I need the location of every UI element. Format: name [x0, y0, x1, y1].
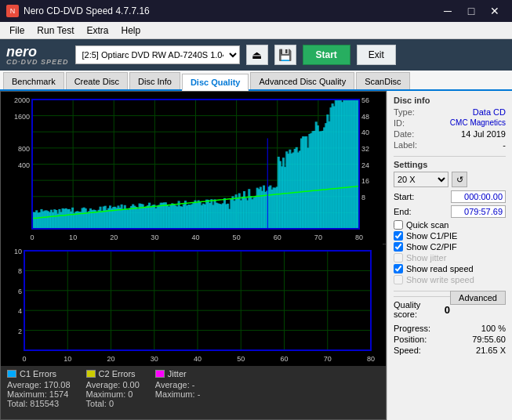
menu-help[interactable]: Help: [115, 24, 147, 38]
quality-score-val: 0: [445, 304, 450, 316]
menu-file[interactable]: File: [3, 24, 31, 38]
show-jitter-label: Show jitter: [406, 253, 446, 262]
start-field-row: Start: 000:00.00: [394, 190, 506, 203]
speed-row-2: Speed: 21.65 X: [394, 346, 506, 355]
show-read-speed-label: Show read speed: [406, 264, 474, 273]
disc-date-row: Date: 14 Jul 2019: [394, 129, 506, 139]
c1-maximum: Maximum: 1574: [7, 389, 71, 399]
show-c2pif-label: Show C2/PIF: [406, 242, 457, 252]
c2-total: Total: 0: [86, 399, 140, 408]
save-button[interactable]: 💾: [274, 45, 296, 65]
show-read-speed-row: Show read speed: [394, 264, 506, 273]
progress-label: Progress:: [394, 324, 430, 333]
disc-type-label: Type:: [394, 107, 415, 117]
c2-color: [86, 370, 96, 378]
tabs: Benchmark Create Disc Disc Info Disc Qua…: [0, 71, 512, 91]
show-c1pie-checkbox[interactable]: [394, 231, 403, 241]
speed-select[interactable]: 20 X: [394, 172, 448, 187]
end-field[interactable]: 079:57.69: [451, 205, 506, 218]
quick-scan-label: Quick scan: [406, 220, 448, 230]
position-val: 79:55.60: [472, 335, 506, 344]
speed-label: Speed:: [394, 346, 421, 355]
progress-section: Progress: 100 % Position: 79:55.60 Speed…: [394, 324, 506, 355]
menu-bar: File Run Test Extra Help: [0, 22, 512, 39]
end-label: End:: [394, 207, 412, 216]
show-read-speed-checkbox[interactable]: [394, 264, 403, 273]
progress-row: Progress: 100 %: [394, 324, 506, 333]
quick-scan-row: Quick scan: [394, 220, 506, 230]
c2-maximum: Maximum: 0: [86, 389, 140, 399]
show-jitter-row: Show jitter: [394, 253, 506, 262]
settings-title: Settings: [394, 160, 506, 169]
menu-extra[interactable]: Extra: [80, 24, 114, 38]
c1-label: C1 Errors: [20, 369, 56, 378]
c1-color: [7, 370, 16, 378]
c1-average: Average: 170.08: [7, 380, 71, 389]
disc-type-row: Type: Data CD: [394, 107, 506, 117]
jitter-label: Jitter: [168, 369, 187, 378]
speed-row: 20 X ↺: [394, 172, 506, 187]
main-content: C1 Errors Average: 170.08 Maximum: 1574 …: [0, 91, 512, 420]
tab-disc-quality[interactable]: Disc Quality: [182, 74, 249, 91]
drive-select[interactable]: [2:5] Optiarc DVD RW AD-7240S 1.04: [75, 45, 240, 64]
disc-id-row: ID: CMC Magnetics: [394, 118, 506, 128]
disc-date-label: Date:: [394, 129, 414, 139]
show-c2pif-checkbox[interactable]: [394, 242, 403, 252]
disc-info-section: Disc info Type: Data CD ID: CMC Magnetic…: [394, 96, 506, 150]
tab-disc-info[interactable]: Disc Info: [129, 72, 180, 89]
disc-date-val: 14 Jul 2019: [461, 129, 506, 139]
tab-advanced-disc-quality[interactable]: Advanced Disc Quality: [250, 72, 354, 89]
show-c2pif-row: Show C2/PIF: [394, 242, 506, 252]
advanced-button[interactable]: Advanced: [450, 291, 506, 305]
divider-1: [394, 156, 506, 157]
menu-run-test[interactable]: Run Test: [31, 24, 80, 38]
info-panel: Disc info Type: Data CD ID: CMC Magnetic…: [387, 91, 512, 420]
window-title: Nero CD-DVD Speed 4.7.7.16: [24, 5, 150, 16]
app-icon: N: [6, 5, 19, 17]
progress-val: 100 %: [481, 324, 506, 333]
nero-logo: nero CD·DVD SPEED: [6, 45, 69, 66]
jitter-maximum: Maximum: -: [155, 389, 200, 399]
disc-id-val: CMC Magnetics: [450, 118, 506, 128]
position-label: Position:: [394, 335, 427, 344]
toolbar: nero CD·DVD SPEED [2:5] Optiarc DVD RW A…: [0, 39, 512, 71]
exit-button[interactable]: Exit: [357, 45, 396, 65]
disc-label-val: -: [503, 140, 506, 150]
settings-section: Settings 20 X ↺ Start: 000:00.00 End: 07…: [394, 160, 506, 284]
disc-info-title: Disc info: [394, 96, 506, 105]
legend-c2: C2 Errors Average: 0.00 Maximum: 0 Total…: [86, 369, 140, 416]
quick-scan-checkbox[interactable]: [394, 220, 403, 230]
start-field[interactable]: 000:00.00: [451, 190, 506, 203]
speed-val: 21.65 X: [476, 346, 506, 355]
tab-create-disc[interactable]: Create Disc: [66, 72, 128, 89]
c1-total: Total: 815543: [7, 399, 71, 408]
show-jitter-checkbox[interactable]: [394, 253, 403, 262]
c2-average: Average: 0.00: [86, 380, 140, 389]
chart-area: C1 Errors Average: 170.08 Maximum: 1574 …: [0, 91, 387, 420]
settings-refresh-btn[interactable]: ↺: [452, 172, 467, 187]
disc-label-label: Label:: [394, 140, 417, 150]
tab-scan-disc[interactable]: ScanDisc: [356, 72, 409, 89]
show-write-speed-row: Show write speed: [394, 275, 506, 284]
maximize-button[interactable]: □: [460, 0, 482, 22]
chart-lower: [1, 244, 386, 366]
quality-score-label: Quality score:: [394, 300, 445, 319]
show-write-speed-checkbox[interactable]: [394, 275, 403, 284]
close-button[interactable]: ✕: [484, 0, 506, 22]
eject-button[interactable]: ⏏: [246, 45, 268, 65]
legend-c1: C1 Errors Average: 170.08 Maximum: 1574 …: [7, 369, 71, 416]
minimize-button[interactable]: ─: [437, 0, 459, 22]
legend-jitter: Jitter Average: - Maximum: -: [155, 369, 200, 416]
disc-label-row: Label: -: [394, 140, 506, 150]
quality-score-row: Quality score: 0: [394, 296, 450, 319]
show-c1pie-label: Show C1/PIE: [406, 231, 457, 241]
show-c1pie-row: Show C1/PIE: [394, 231, 506, 241]
window-controls: ─ □ ✕: [437, 0, 506, 22]
start-label: Start:: [394, 192, 414, 201]
tab-benchmark[interactable]: Benchmark: [3, 72, 64, 89]
position-row: Position: 79:55.60: [394, 335, 506, 344]
start-button[interactable]: Start: [303, 45, 350, 65]
title-bar: N Nero CD-DVD Speed 4.7.7.16 ─ □ ✕: [0, 0, 512, 22]
c2-label: C2 Errors: [99, 369, 136, 378]
chart-upper: [1, 92, 386, 244]
